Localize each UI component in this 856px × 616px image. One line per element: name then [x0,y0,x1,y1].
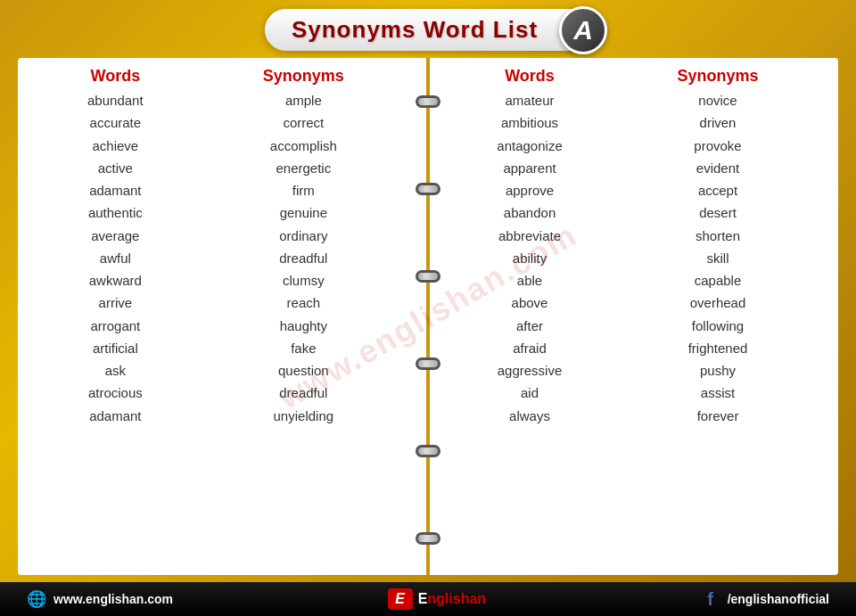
synonym-cell: provoke [615,135,820,157]
table-row: aggressive pushy [444,359,820,382]
synonym-cell: pushy [615,359,820,382]
table-row: authentic genuine [36,201,412,224]
synonym-cell: novice [615,89,820,111]
synonym-cell: clumsy [195,269,412,292]
table-row: abundant ample [36,89,412,111]
synonym-cell: genuine [195,201,412,224]
synonym-cell: question [195,359,412,382]
word-cell: arrive [36,292,195,314]
globe-icon: 🌐 [27,589,46,609]
table-row: arrive reach [36,292,412,314]
table-row: abbreviate shorten [444,225,820,247]
synonym-cell: unyielding [195,405,412,427]
synonym-cell: fake [195,337,412,359]
table-row: antagonize provoke [444,135,820,157]
word-cell: ambitious [444,111,615,134]
word-cell: artificial [36,337,195,359]
table-row: ambitious driven [444,111,820,134]
table-row: amateur novice [444,89,820,111]
table-row: always forever [444,405,820,427]
table-row: average ordinary [36,225,412,247]
right-panel: Words Synonyms amateur novice ambitious … [430,58,838,575]
synonym-cell: forever [615,405,820,427]
table-row: accurate correct [36,111,412,134]
table-row: after following [444,315,820,337]
table-row: adamant unyielding [36,405,412,427]
word-cell: awful [36,247,195,269]
word-cell: achieve [36,135,195,157]
synonym-cell: haughty [195,315,412,337]
word-cell: amateur [444,89,615,111]
synonym-cell: evident [615,157,820,179]
synonym-cell: skill [615,247,820,269]
table-row: artificial fake [36,337,412,359]
word-cell: abandon [444,201,615,224]
synonym-cell: energetic [195,157,412,179]
word-cell: average [36,225,195,247]
table-row: awkward clumsy [36,269,412,292]
facebook-icon: f [701,589,720,609]
synonym-cell: reach [195,292,412,314]
header: Synonyms Word List A [0,0,856,58]
table-row: aid assist [444,382,820,404]
word-cell: approve [444,179,615,201]
left-panel: Words Synonyms abundant ample accurate c… [18,58,430,575]
table-row: arrogant haughty [36,315,412,337]
synonym-cell: dreadful [195,247,412,269]
word-cell: aggressive [444,359,615,382]
synonym-cell: capable [615,269,820,292]
left-words-header: Words [36,65,195,89]
word-cell: accurate [36,111,195,134]
brand-logo: E [388,588,413,610]
word-cell: active [36,157,195,179]
title-pill: Synonyms Word List A [265,9,591,51]
word-cell: ask [36,359,195,382]
table-row: afraid frightened [444,337,820,359]
synonym-cell: shorten [615,225,820,247]
table-row: atrocious dreadful [36,382,412,404]
right-words-header: Words [444,65,615,89]
table-row: ability skill [444,247,820,269]
footer-brand: E Englishan [388,588,486,610]
word-cell: authentic [36,201,195,224]
synonym-cell: desert [615,201,820,224]
synonym-cell: correct [195,111,412,134]
brand-name: Englishan [418,591,486,607]
word-cell: arrogant [36,315,195,337]
synonym-cell: accomplish [195,135,412,157]
table-row: approve accept [444,179,820,201]
table-row: achieve accomplish [36,135,412,157]
page-title: Synonyms Word List [292,16,538,44]
footer-website: 🌐 www.englishan.com [27,589,173,609]
word-cell: apparent [444,157,615,179]
letter-badge-text: A [573,15,593,45]
synonym-cell: overhead [615,292,820,314]
letter-badge: A [559,6,607,54]
table-row: able capable [444,269,820,292]
synonym-cell: ample [195,89,412,111]
word-cell: awkward [36,269,195,292]
synonym-cell: assist [615,382,820,404]
right-synonyms-header: Synonyms [615,65,820,89]
main-card: Words Synonyms abundant ample accurate c… [18,58,838,575]
footer-social: f /englishanofficial [701,589,829,609]
table-row: awful dreadful [36,247,412,269]
table-row: ask question [36,359,412,382]
synonym-cell: firm [195,179,412,201]
synonym-cell: driven [615,111,820,134]
left-table: Words Synonyms abundant ample accurate c… [36,65,412,427]
left-synonyms-header: Synonyms [195,65,412,89]
synonym-cell: following [615,315,820,337]
synonym-cell: dreadful [195,382,412,404]
word-cell: aid [444,382,615,404]
footer: 🌐 www.englishan.com E Englishan f /engli… [0,582,856,616]
right-table: Words Synonyms amateur novice ambitious … [444,65,820,427]
word-cell: abbreviate [444,225,615,247]
table-row: above overhead [444,292,820,314]
word-cell: antagonize [444,135,615,157]
table-row: adamant firm [36,179,412,201]
table-row: active energetic [36,157,412,179]
word-cell: atrocious [36,382,195,404]
word-cell: afraid [444,337,615,359]
word-cell: abundant [36,89,195,111]
